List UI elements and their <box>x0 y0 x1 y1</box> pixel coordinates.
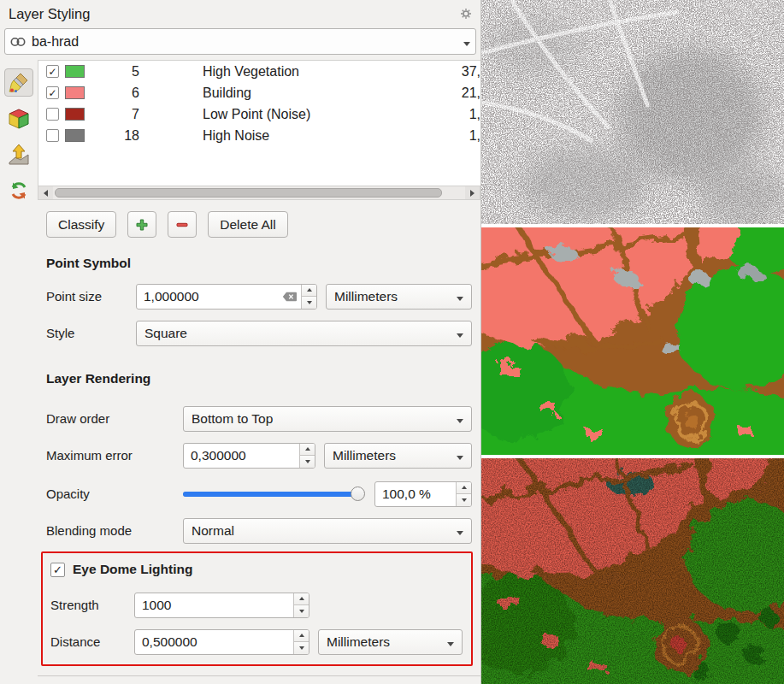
draw-order-label: Draw order <box>46 411 174 426</box>
distance-spinbox[interactable]: 0,500000 <box>134 629 309 655</box>
map-preview-column <box>481 0 784 684</box>
class-label: Low Point (Noise) <box>203 107 310 122</box>
spinner-buttons <box>299 444 315 468</box>
horizontal-scrollbar[interactable] <box>38 186 480 200</box>
up-arrow-icon <box>299 634 304 637</box>
class-color-swatch[interactable] <box>65 108 85 121</box>
panel-bottom-edge <box>38 675 480 684</box>
chevron-down-icon <box>457 523 463 539</box>
up-arrow-icon <box>462 486 467 489</box>
spin-down-button[interactable] <box>302 296 316 309</box>
down-arrow-icon <box>307 301 312 304</box>
classification-actions: Classify Delete All <box>38 211 480 238</box>
backspace-icon <box>282 292 298 302</box>
style-combo[interactable]: Square <box>136 321 472 346</box>
app-window: Layer Styling ba-hrad <box>0 0 784 684</box>
layer-rendering-heading: Layer Rendering <box>46 371 472 386</box>
map-view-edl[interactable] <box>481 458 784 684</box>
edl-checkbox[interactable]: ✓ <box>50 563 65 577</box>
class-label: Building <box>203 86 251 101</box>
draw-order-row: Draw order Bottom to Top <box>38 405 480 432</box>
table-row[interactable]: ✓ 5 High Vegetation 37, <box>38 61 480 82</box>
opacity-slider[interactable] <box>183 486 366 503</box>
chevron-down-icon <box>457 326 463 341</box>
chevron-down-icon <box>463 34 470 50</box>
class-label: High Vegetation <box>203 64 299 80</box>
map-view-classified[interactable] <box>481 227 784 455</box>
remove-class-button[interactable] <box>168 211 197 238</box>
strength-value[interactable]: 1000 <box>135 598 293 613</box>
point-size-spinbox[interactable]: 1,000000 <box>136 284 317 310</box>
max-error-spinbox[interactable]: 0,300000 <box>183 443 315 469</box>
tab-symbology[interactable] <box>4 68 33 97</box>
spin-down-button[interactable] <box>457 493 471 506</box>
scrollbar-thumb[interactable] <box>55 188 442 198</box>
table-row[interactable]: 7 Low Point (Noise) 1, <box>38 103 480 125</box>
scroll-right-button[interactable] <box>465 186 480 199</box>
tab-history[interactable] <box>4 176 33 204</box>
max-error-value[interactable]: 0,300000 <box>184 448 299 463</box>
distance-value[interactable]: 0,500000 <box>135 634 293 650</box>
point-cloud-layer-icon <box>10 36 26 48</box>
scrollbar-track[interactable] <box>53 186 465 199</box>
paintbrush-icon <box>8 72 30 94</box>
draw-order-combo[interactable]: Bottom to Top <box>183 406 472 432</box>
spin-up-button[interactable] <box>302 285 316 297</box>
combo-value: Millimeters <box>334 289 398 304</box>
class-value: 7 <box>91 107 139 122</box>
tab-3d-view[interactable] <box>4 104 33 133</box>
spin-down-button[interactable] <box>300 455 315 468</box>
class-color-swatch[interactable] <box>65 129 85 142</box>
table-row[interactable]: ✓ 6 Building 21, <box>38 82 480 103</box>
class-value: 18 <box>91 128 139 144</box>
spin-up-button[interactable] <box>300 444 315 456</box>
chevron-down-icon <box>447 634 454 650</box>
down-arrow-icon <box>299 646 304 650</box>
max-error-unit-combo[interactable]: Millimeters <box>324 443 472 469</box>
spin-down-button[interactable] <box>294 641 309 654</box>
row-checkbox[interactable] <box>46 129 59 142</box>
add-class-button[interactable] <box>127 211 156 238</box>
style-label: Style <box>46 326 127 340</box>
strength-label: Strength <box>50 598 126 612</box>
opacity-spinbox[interactable]: 100,0 % <box>374 481 472 507</box>
row-checkbox[interactable] <box>46 108 59 121</box>
spin-down-button[interactable] <box>294 604 309 617</box>
minus-icon <box>175 218 189 232</box>
class-color-swatch[interactable] <box>65 65 85 78</box>
clear-value-button[interactable] <box>279 292 301 302</box>
class-color-swatch[interactable] <box>65 86 85 99</box>
spin-up-button[interactable] <box>294 593 309 605</box>
classify-button[interactable]: Classify <box>46 211 116 238</box>
distance-unit-combo[interactable]: Millimeters <box>318 629 463 655</box>
spin-up-button[interactable] <box>294 630 309 642</box>
up-arrow-icon <box>299 597 304 600</box>
point-size-unit-combo[interactable]: Millimeters <box>326 284 472 310</box>
row-checkbox[interactable]: ✓ <box>46 86 59 99</box>
layer-selector-combo[interactable]: ba-hrad <box>4 28 476 55</box>
slider-handle[interactable] <box>351 486 365 501</box>
strength-spinbox[interactable]: 1000 <box>134 593 309 618</box>
panel-options-button[interactable] <box>460 8 472 20</box>
scroll-left-button[interactable] <box>38 186 53 199</box>
history-arrows-icon <box>8 180 30 202</box>
spin-up-button[interactable] <box>457 482 471 494</box>
classification-table[interactable]: ✓ 5 High Vegetation 37, ✓ 6 Building 21, <box>38 60 480 186</box>
layer-name: ba-hrad <box>32 34 79 50</box>
spinner-buttons <box>293 593 309 617</box>
table-row[interactable]: 18 High Noise 1, <box>38 125 480 146</box>
slider-fill <box>183 492 363 497</box>
opacity-value[interactable]: 100,0 % <box>375 486 456 502</box>
slider-track[interactable] <box>183 492 363 497</box>
delete-all-button[interactable]: Delete All <box>208 211 287 238</box>
combo-value: Millimeters <box>333 448 396 463</box>
elevation-arrow-icon <box>8 144 30 166</box>
tab-elevation[interactable] <box>4 140 33 168</box>
point-size-value[interactable]: 1,000000 <box>137 289 279 304</box>
up-arrow-icon <box>307 288 312 292</box>
blending-mode-combo[interactable]: Normal <box>183 518 472 544</box>
row-checkbox[interactable]: ✓ <box>46 65 59 78</box>
down-arrow-icon <box>299 610 304 613</box>
panel-header: Layer Styling <box>0 0 480 27</box>
map-view-unclassified[interactable] <box>481 0 784 224</box>
